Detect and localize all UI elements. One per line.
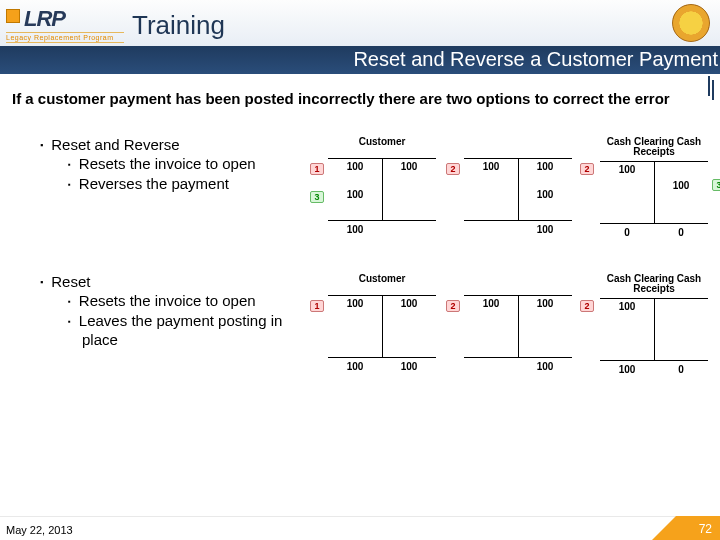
bubble-2: 2	[580, 163, 594, 175]
t-total-left: 100	[600, 361, 654, 375]
t-account-total: 100 100	[328, 358, 436, 372]
bullets-reset: Reset Resets the invoice to open Leaves …	[12, 272, 314, 350]
logo-square-icon	[6, 9, 20, 23]
bubble-2: 2	[446, 300, 460, 312]
t-cell: 100	[328, 189, 382, 200]
t-cell: 100	[518, 298, 572, 309]
slide-footer: May 22, 2013 72	[0, 516, 720, 540]
t-total-right: 100	[518, 358, 572, 372]
t-account-customer: Customer 100 100 100 100	[328, 274, 436, 375]
footer-page-corner: 72	[676, 516, 720, 540]
t-account-title: Cash Clearing Cash Receipts	[600, 274, 708, 299]
t-account-total: 100	[464, 358, 572, 372]
slide-header: LRP Legacy Replacement Program Training …	[0, 0, 720, 74]
t-total-left: 0	[600, 224, 654, 238]
t-account-mid: 100 100 100	[464, 274, 572, 375]
t-cell: 100	[464, 298, 518, 309]
t-account-title: Customer	[328, 274, 436, 296]
bubble-2: 2	[580, 300, 594, 312]
t-account-mid: 100 100 100 100	[464, 137, 572, 238]
logo-text: LRP	[6, 6, 124, 32]
t-account-total: 100 0	[600, 361, 708, 375]
t-account-total: 0 0	[600, 224, 708, 238]
bullet-sub: Resets the invoice to open	[68, 154, 314, 174]
bullet-title: Reset	[40, 272, 314, 292]
taccount-diagram-1: 1 3 Customer 100 100 100 100 2	[328, 135, 708, 238]
section-reset-and-reverse: Reset and Reverse Resets the invoice to …	[12, 135, 708, 238]
seal-icon	[672, 4, 710, 42]
t-cell: 100	[382, 161, 436, 172]
taccount-diagram-2: 1 Customer 100 100 100 100 2 100	[328, 272, 708, 375]
bubble-1: 1	[310, 300, 324, 312]
t-cell: 100	[600, 164, 654, 175]
t-account-title: Customer	[328, 137, 436, 159]
title-accent-lines	[712, 76, 716, 104]
bullet-sub: Reverses the payment	[68, 174, 314, 194]
t-cell: 100	[382, 298, 436, 309]
t-account-total: 100	[464, 221, 572, 235]
t-account-title: Cash Clearing Cash Receipts	[600, 137, 708, 162]
t-cell: 100	[654, 180, 708, 191]
t-total-left	[464, 358, 518, 372]
bullet-sub: Resets the invoice to open	[68, 291, 314, 311]
bullets-reset-and-reverse: Reset and Reverse Resets the invoice to …	[12, 135, 314, 194]
bubble-3: 3	[712, 179, 720, 191]
bubble-1: 1	[310, 163, 324, 175]
slide-body: If a customer payment has been posted in…	[12, 90, 708, 512]
t-total-right	[382, 221, 436, 235]
slide-subtitle: Reset and Reverse a Customer Payment	[353, 48, 718, 71]
t-total-right: 100	[518, 221, 572, 235]
t-account-title	[464, 274, 572, 296]
t-account-cash-clearing: Cash Clearing Cash Receipts 100 100 0 0	[600, 137, 708, 238]
section-reset: Reset Resets the invoice to open Leaves …	[12, 272, 708, 375]
logo-subtext: Legacy Replacement Program	[6, 32, 124, 43]
bubble-3: 3	[310, 191, 324, 203]
t-total-left: 100	[328, 221, 382, 235]
t-cell: 100	[518, 161, 572, 172]
footer-page-number: 72	[699, 522, 712, 536]
t-cell: 100	[328, 298, 382, 309]
footer-date: May 22, 2013	[6, 524, 73, 536]
bullet-sub: Leaves the payment posting in place	[68, 311, 314, 350]
t-cell: 100	[328, 161, 382, 172]
logo-acronym: LRP	[24, 6, 65, 31]
t-total-right: 100	[382, 358, 436, 372]
t-account-cash-clearing: Cash Clearing Cash Receipts 100 100 0	[600, 274, 708, 375]
bubble-2: 2	[446, 163, 460, 175]
t-total-right: 0	[654, 361, 708, 375]
t-total-left: 100	[328, 358, 382, 372]
t-total-right: 0	[654, 224, 708, 238]
t-cell: 100	[464, 161, 518, 172]
t-account-customer: Customer 100 100 100 100	[328, 137, 436, 238]
t-cell: 100	[518, 189, 572, 200]
logo: LRP Legacy Replacement Program	[6, 6, 124, 42]
intro-text: If a customer payment has been posted in…	[12, 90, 708, 109]
t-cell: 100	[600, 301, 654, 312]
bullet-title: Reset and Reverse	[40, 135, 314, 155]
t-account-total: 100	[328, 221, 436, 235]
t-total-left	[464, 221, 518, 235]
t-account-title	[464, 137, 572, 159]
training-label: Training	[132, 10, 225, 41]
